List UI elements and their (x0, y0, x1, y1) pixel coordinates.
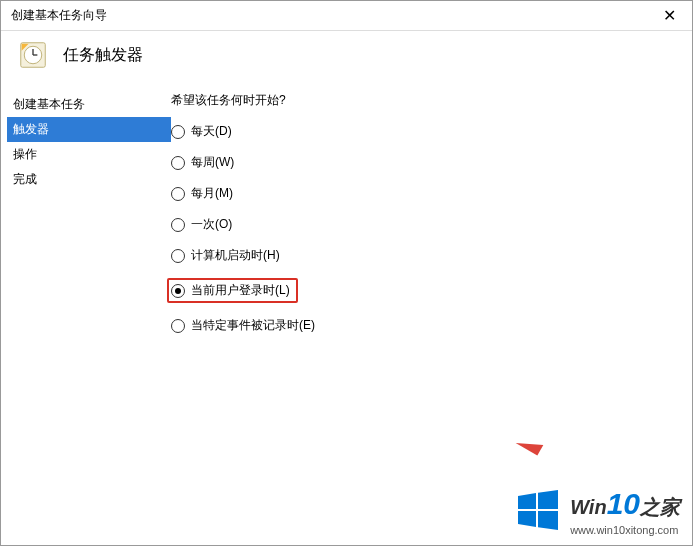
option-weekly[interactable]: 每周(W) (171, 152, 672, 173)
svg-marker-7 (518, 511, 536, 527)
svg-marker-8 (538, 511, 558, 530)
close-button[interactable]: ✕ (647, 1, 692, 31)
highlight-box: 当前用户登录时(L) (167, 278, 298, 303)
watermark-brand-prefix: Win (570, 496, 606, 518)
windows-logo-icon (516, 488, 560, 532)
watermark-brand-suffix: 之家 (640, 496, 680, 518)
radio-icon (171, 249, 185, 263)
radio-icon (171, 218, 185, 232)
page-title: 任务触发器 (63, 45, 143, 66)
option-label: 当前用户登录时(L) (191, 282, 290, 299)
sidebar-item-finish[interactable]: 完成 (7, 167, 171, 192)
option-once[interactable]: 一次(O) (171, 214, 672, 235)
option-label: 每天(D) (191, 123, 232, 140)
radio-icon (171, 125, 185, 139)
main-panel: 希望该任务何时开始? 每天(D) 每周(W) 每月(M) 一次(O) 计算机启动… (171, 92, 692, 346)
radio-icon (171, 156, 185, 170)
option-event[interactable]: 当特定事件被记录时(E) (171, 315, 672, 336)
close-icon: ✕ (663, 6, 676, 25)
radio-icon (171, 187, 185, 201)
option-label: 每月(M) (191, 185, 233, 202)
clock-icon (19, 41, 47, 69)
wizard-body: 创建基本任务 触发器 操作 完成 希望该任务何时开始? 每天(D) 每周(W) … (1, 84, 692, 346)
radio-icon (171, 284, 185, 298)
sidebar-item-action[interactable]: 操作 (7, 142, 171, 167)
svg-marker-6 (538, 490, 558, 509)
option-label: 每周(W) (191, 154, 234, 171)
sidebar-item-trigger[interactable]: 触发器 (7, 117, 171, 142)
watermark-brand-num: 10 (607, 487, 640, 520)
option-label: 计算机启动时(H) (191, 247, 280, 264)
option-logon[interactable]: 当前用户登录时(L) (171, 276, 672, 305)
option-label: 当特定事件被记录时(E) (191, 317, 315, 334)
option-daily[interactable]: 每天(D) (171, 121, 672, 142)
prompt-text: 希望该任务何时开始? (171, 92, 672, 109)
sidebar: 创建基本任务 触发器 操作 完成 (1, 92, 171, 346)
watermark-url: www.win10xitong.com (570, 523, 680, 537)
wizard-header: 任务触发器 (1, 31, 692, 84)
titlebar: 创建基本任务向导 ✕ (1, 1, 692, 31)
option-monthly[interactable]: 每月(M) (171, 183, 672, 204)
option-startup[interactable]: 计算机启动时(H) (171, 245, 672, 266)
watermark-text: Win10之家 www.win10xitong.com (570, 484, 680, 537)
radio-icon (171, 319, 185, 333)
option-label: 一次(O) (191, 216, 232, 233)
window-title: 创建基本任务向导 (11, 7, 107, 24)
sidebar-item-create-task[interactable]: 创建基本任务 (7, 92, 171, 117)
svg-marker-5 (518, 493, 536, 509)
watermark: Win10之家 www.win10xitong.com (516, 484, 680, 537)
annotation-arrow (516, 433, 544, 456)
